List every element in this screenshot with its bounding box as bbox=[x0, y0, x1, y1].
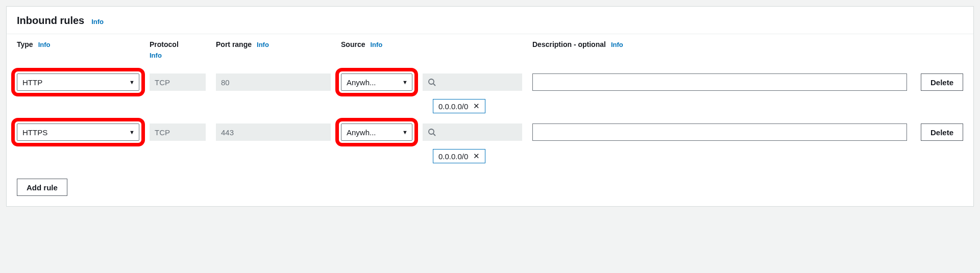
panel-title: Inbound rules bbox=[17, 15, 84, 27]
cidr-tag: 0.0.0.0/0 ✕ bbox=[433, 149, 485, 163]
protocol-value: TCP bbox=[150, 123, 206, 141]
description-input[interactable] bbox=[532, 123, 907, 141]
col-header-type: Type bbox=[17, 40, 33, 48]
info-link[interactable]: Info bbox=[91, 18, 104, 26]
caret-down-icon: ▼ bbox=[129, 79, 135, 85]
column-headers: Type Info Protocol Info Port range Info … bbox=[17, 34, 963, 68]
type-select-value: HTTP bbox=[22, 78, 42, 87]
inbound-rules-panel: Inbound rules Info Type Info Protocol In… bbox=[6, 6, 974, 207]
caret-down-icon: ▼ bbox=[402, 79, 408, 85]
info-link-description[interactable]: Info bbox=[611, 41, 623, 48]
col-header-protocol: Protocol bbox=[150, 40, 179, 48]
type-select[interactable]: HTTP ▼ bbox=[17, 73, 139, 91]
delete-button[interactable]: Delete bbox=[921, 73, 963, 91]
col-header-description: Description - optional bbox=[532, 40, 606, 48]
search-icon bbox=[428, 78, 436, 86]
col-header-source: Source bbox=[341, 40, 365, 48]
info-link-protocol[interactable]: Info bbox=[150, 52, 162, 59]
type-select[interactable]: HTTPS ▼ bbox=[17, 123, 139, 141]
caret-down-icon: ▼ bbox=[402, 129, 408, 135]
cidr-row: 0.0.0.0/0 ✕ bbox=[17, 146, 963, 168]
info-link-type[interactable]: Info bbox=[38, 41, 51, 48]
search-icon bbox=[428, 128, 436, 136]
cidr-value: 0.0.0.0/0 bbox=[438, 102, 468, 111]
svg-point-2 bbox=[429, 129, 434, 134]
caret-down-icon: ▼ bbox=[129, 129, 135, 135]
port-value: 80 bbox=[216, 73, 331, 91]
footer-row: Add rule bbox=[17, 168, 963, 196]
source-search-input[interactable] bbox=[423, 73, 522, 91]
type-select-value: HTTPS bbox=[22, 128, 47, 137]
rule-row: HTTPS ▼ TCP 443 Anywh... ▼ bbox=[17, 118, 963, 146]
delete-button[interactable]: Delete bbox=[921, 123, 963, 141]
info-link-source[interactable]: Info bbox=[370, 41, 382, 48]
cidr-tag: 0.0.0.0/0 ✕ bbox=[433, 99, 485, 113]
svg-line-3 bbox=[433, 134, 435, 136]
svg-line-1 bbox=[433, 84, 435, 86]
source-search-input[interactable] bbox=[423, 123, 522, 141]
source-mode-select[interactable]: Anywh... ▼ bbox=[341, 73, 412, 91]
rule-row: HTTP ▼ TCP 80 Anywh... ▼ bbox=[17, 68, 963, 96]
info-link-port[interactable]: Info bbox=[257, 41, 269, 48]
source-mode-value: Anywh... bbox=[347, 78, 376, 87]
protocol-value: TCP bbox=[150, 73, 206, 91]
source-mode-select[interactable]: Anywh... ▼ bbox=[341, 123, 412, 141]
close-icon[interactable]: ✕ bbox=[473, 102, 480, 111]
cidr-row: 0.0.0.0/0 ✕ bbox=[17, 96, 963, 118]
col-header-port: Port range bbox=[216, 40, 252, 48]
close-icon[interactable]: ✕ bbox=[473, 152, 480, 161]
source-mode-value: Anywh... bbox=[347, 128, 376, 137]
add-rule-button[interactable]: Add rule bbox=[17, 179, 67, 196]
svg-point-0 bbox=[429, 79, 434, 84]
rules-table: Type Info Protocol Info Port range Info … bbox=[7, 34, 973, 206]
panel-header: Inbound rules Info bbox=[7, 7, 973, 34]
port-value: 443 bbox=[216, 123, 331, 141]
description-input[interactable] bbox=[532, 73, 907, 91]
cidr-value: 0.0.0.0/0 bbox=[438, 152, 468, 161]
